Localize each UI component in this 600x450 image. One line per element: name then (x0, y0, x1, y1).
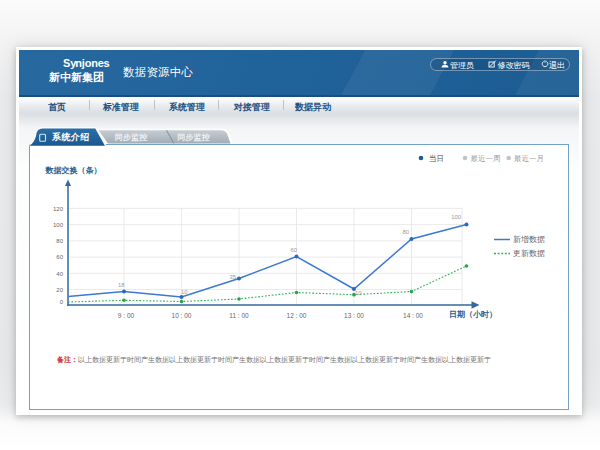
svg-text:10: 10 (181, 289, 187, 295)
svg-text:最近一月: 最近一月 (514, 154, 544, 163)
svg-text:系统介绍: 系统介绍 (51, 132, 90, 142)
svg-text:9 : 00: 9 : 00 (118, 312, 135, 319)
svg-text:日期（小时）: 日期（小时） (449, 310, 497, 319)
svg-text:新增数据: 新增数据 (513, 235, 545, 244)
svg-text:100: 100 (451, 214, 461, 220)
svg-text:35: 35 (230, 274, 236, 280)
svg-text:14 : 00: 14 : 00 (403, 312, 423, 319)
svg-text:60: 60 (56, 254, 63, 260)
svg-text:数据交换（条）: 数据交换（条） (45, 166, 102, 175)
svg-text:13 : 00: 13 : 00 (344, 312, 364, 319)
svg-text:80: 80 (56, 238, 63, 244)
svg-text:18: 18 (118, 282, 124, 288)
svg-text:12 : 00: 12 : 00 (287, 312, 307, 319)
svg-text:更新数据: 更新数据 (513, 249, 545, 258)
svg-text:60: 60 (291, 247, 297, 253)
svg-text:同步监控: 同步监控 (114, 133, 147, 142)
svg-text:最近一周: 最近一周 (471, 154, 501, 163)
svg-text:20: 20 (56, 287, 63, 293)
svg-text:10 : 00: 10 : 00 (172, 312, 192, 319)
svg-text:10: 10 (355, 290, 361, 296)
svg-text:0: 0 (60, 299, 64, 305)
svg-text:当日: 当日 (429, 154, 444, 163)
svg-text:80: 80 (403, 229, 409, 235)
svg-text:同步监控: 同步监控 (177, 133, 210, 142)
svg-text:100: 100 (53, 222, 64, 228)
svg-text:120: 120 (53, 206, 64, 212)
svg-text:40: 40 (56, 271, 63, 277)
svg-text:11 : 00: 11 : 00 (229, 312, 249, 319)
